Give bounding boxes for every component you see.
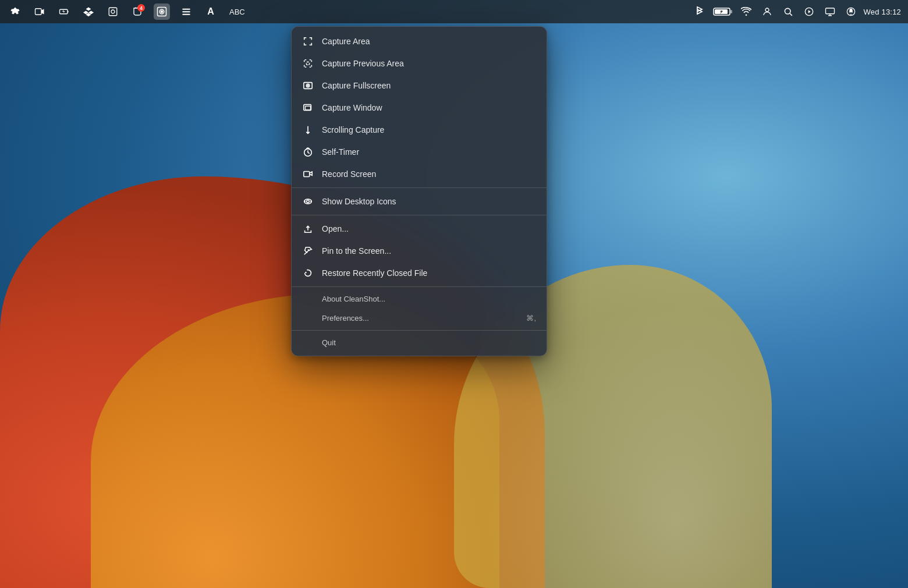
notification-center-icon[interactable]	[843, 3, 859, 20]
menu-item-capture-window[interactable]: Capture Window	[292, 97, 547, 119]
capture-previous-area-label: Capture Previous Area	[322, 59, 536, 68]
self-timer-icon	[302, 146, 314, 158]
svg-rect-9	[182, 11, 190, 12]
cleanshot-icon[interactable]	[154, 3, 170, 20]
scrolling-capture-icon	[302, 124, 314, 136]
self-timer-label: Self-Timer	[322, 147, 536, 157]
battery-icon[interactable]	[712, 3, 733, 20]
about-label: About CleanShot...	[322, 295, 536, 303]
svg-rect-0	[36, 9, 42, 15]
font-icon[interactable]: A	[203, 3, 219, 20]
restore-recently-closed-label: Restore Recently Closed File	[322, 268, 536, 278]
menu-item-show-desktop-icons[interactable]: Show Desktop Icons	[292, 190, 547, 212]
menu-item-record-screen[interactable]: Record Screen	[292, 163, 547, 185]
svg-rect-23	[306, 106, 311, 109]
capture-fullscreen-icon	[302, 80, 314, 91]
displays-icon[interactable]	[822, 3, 838, 20]
media-play-icon[interactable]	[801, 3, 817, 20]
spotlight-icon[interactable]	[780, 3, 796, 20]
pin-icon	[302, 245, 314, 257]
svg-rect-17	[825, 8, 834, 14]
svg-point-15	[785, 8, 790, 14]
bartender-icon[interactable]	[178, 3, 194, 20]
menu-item-capture-previous-area[interactable]: Capture Previous Area	[292, 52, 547, 75]
wolf-icon[interactable]	[7, 3, 23, 20]
cleanshot-dropdown-menu: Capture Area Capture Previous Area Captu…	[291, 26, 547, 356]
lungo-badge: 4	[137, 4, 145, 12]
svg-point-27	[307, 200, 310, 203]
battery-charger-icon[interactable]	[56, 3, 72, 20]
user-icon[interactable]	[759, 3, 775, 20]
menu-item-capture-fullscreen[interactable]: Capture Fullscreen	[292, 75, 547, 97]
menubar-right-icons: Wed 13:12	[691, 3, 901, 20]
menubar-left-icons: 4 A ABC	[7, 3, 247, 20]
show-desktop-icon	[302, 196, 314, 207]
svg-rect-12	[730, 10, 732, 13]
record-screen-label: Record Screen	[322, 169, 536, 179]
capture-window-icon	[302, 102, 314, 114]
bluetooth-icon[interactable]	[691, 3, 708, 20]
svg-point-7	[161, 11, 163, 13]
separator-3	[292, 286, 547, 287]
quit-label: Quit	[322, 338, 536, 347]
capture-fullscreen-label: Capture Fullscreen	[322, 81, 536, 90]
menu-item-pin-to-screen[interactable]: Pin to the Screen...	[292, 240, 547, 262]
clock: Wed 13:12	[864, 8, 901, 16]
lungo-icon[interactable]: 4	[129, 3, 146, 20]
capture-area-icon	[302, 36, 314, 47]
facetime-icon[interactable]	[31, 3, 48, 20]
svg-rect-25	[304, 172, 310, 177]
screenium-icon[interactable]	[105, 3, 121, 20]
svg-rect-10	[182, 14, 190, 15]
pin-to-screen-label: Pin to the Screen...	[322, 246, 536, 256]
scrolling-capture-label: Scrolling Capture	[322, 125, 536, 134]
menu-item-about[interactable]: About CleanShot...	[292, 289, 547, 309]
record-screen-icon	[302, 168, 314, 180]
preferences-shortcut: ⌘,	[526, 314, 536, 323]
capture-previous-area-icon	[302, 58, 314, 69]
capture-area-label: Capture Area	[322, 37, 536, 46]
capture-window-label: Capture Window	[322, 103, 536, 112]
abc-label[interactable]: ABC	[227, 3, 247, 20]
wifi-icon[interactable]	[738, 3, 754, 20]
svg-point-4	[111, 10, 115, 13]
menu-bar: 4 A ABC	[0, 0, 908, 23]
restore-icon	[302, 267, 314, 279]
svg-rect-2	[68, 11, 69, 13]
menu-item-quit[interactable]: Quit	[292, 333, 547, 352]
menu-item-restore-recently-closed[interactable]: Restore Recently Closed File	[292, 262, 547, 284]
dropbox-icon[interactable]	[80, 3, 97, 20]
separator-1	[292, 187, 547, 188]
open-icon	[302, 223, 314, 235]
separator-2	[292, 215, 547, 215]
menu-item-self-timer[interactable]: Self-Timer	[292, 141, 547, 163]
menu-item-open[interactable]: Open...	[292, 218, 547, 240]
open-label: Open...	[322, 224, 536, 233]
menu-item-capture-area[interactable]: Capture Area	[292, 30, 547, 52]
menu-item-scrolling-capture[interactable]: Scrolling Capture	[292, 119, 547, 141]
svg-rect-3	[109, 8, 117, 16]
show-desktop-icons-label: Show Desktop Icons	[322, 197, 536, 206]
menu-item-preferences[interactable]: Preferences... ⌘,	[292, 309, 547, 328]
separator-4	[292, 330, 547, 331]
svg-point-21	[307, 85, 308, 86]
svg-point-14	[765, 8, 769, 12]
svg-rect-8	[182, 9, 190, 10]
preferences-label: Preferences...	[322, 314, 518, 323]
